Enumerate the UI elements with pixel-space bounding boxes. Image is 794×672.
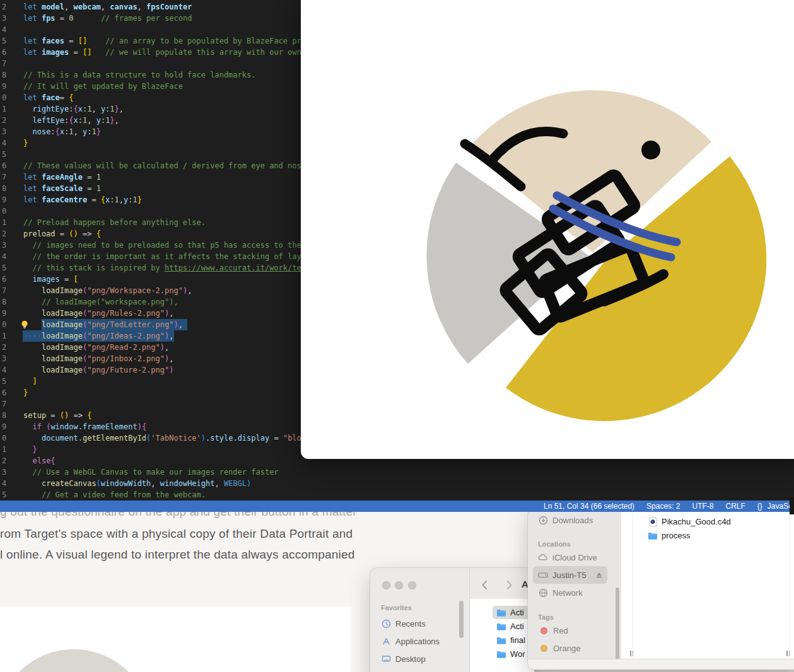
page-text-line: l online. A visual legend to interpret t…: [0, 548, 354, 562]
lightbulb-icon[interactable]: [20, 320, 30, 330]
folder-icon: [648, 531, 658, 541]
sidebar-item-tag-red[interactable]: Red: [539, 625, 568, 636]
code-line[interactable]: 4 createCanvas(windowWidth, windowHeight…: [0, 478, 794, 489]
line-number: 8: [2, 296, 6, 308]
line-number: 6: [2, 274, 6, 285]
clock-icon: [381, 618, 391, 629]
sidebar-item-label: Recents: [395, 619, 426, 629]
file-name: final: [510, 635, 525, 645]
line-number: 5: [2, 489, 6, 501]
line-number: 0: [2, 92, 6, 103]
code-line[interactable]: 5 // Get a video feed from the webcam.: [0, 489, 794, 501]
line-number: 2: [2, 1, 6, 13]
line-number: 4: [2, 364, 6, 376]
line-number: 5: [2, 35, 6, 47]
cloud-icon: [538, 552, 548, 562]
orange-tag-icon: [540, 645, 547, 652]
page-image-panel: [0, 606, 351, 672]
cursor-position[interactable]: Ln 51, Col 34 (66 selected): [544, 502, 634, 511]
folder-icon: [496, 649, 506, 659]
face-sketch-canvas: [301, 0, 794, 459]
column-divider[interactable]: [633, 508, 633, 649]
line-number: 4: [2, 137, 6, 149]
desktop: g out the questionnaire on the app and g…: [0, 0, 794, 672]
line-number: 3: [2, 240, 6, 251]
folder-icon: [496, 635, 506, 646]
file-row[interactable]: Acti: [496, 620, 524, 633]
sidebar-item-label: iCloud Drive: [552, 553, 597, 562]
line-number: 7: [2, 171, 6, 183]
sidebar-item-desktop[interactable]: Desktop: [381, 653, 426, 664]
finder-sidebar: Favorites Recents Applications Desktop: [370, 568, 470, 672]
globe-icon: [538, 588, 548, 598]
sidebar-item-label: Downloads: [552, 516, 593, 525]
finder-window-back[interactable]: Favorites Recents Applications Desktop: [370, 568, 534, 672]
file-name: Acti: [510, 608, 524, 617]
line-number: 5: [2, 262, 6, 274]
line-number: 3: [2, 13, 6, 24]
line-number: 3: [2, 466, 6, 478]
c4d-file-icon: [648, 517, 658, 527]
line-number: 4: [2, 251, 6, 262]
sidebar-scrollbar[interactable]: [616, 588, 619, 661]
line-number: 6: [2, 160, 6, 171]
file-name: Acti: [510, 622, 524, 631]
sidebar-item-justin-t5[interactable]: Justin-T5: [538, 569, 604, 581]
line-number: 3: [2, 353, 6, 364]
line-number: 1: [2, 444, 6, 455]
page-circle-graphic: [0, 649, 151, 672]
sidebar-item-label: Applications: [395, 637, 440, 646]
line-number: 8: [2, 410, 6, 421]
file-name: Pikachu_Good.c4d: [662, 517, 731, 526]
eol-setting[interactable]: CRLF: [725, 502, 745, 511]
line-number: 5: [2, 376, 6, 387]
applications-icon: [381, 636, 391, 646]
line-number: 7: [2, 285, 6, 296]
file-row[interactable]: Wor: [496, 647, 525, 661]
line-number: 2: [2, 455, 6, 466]
line-number: 2: [2, 115, 6, 126]
sidebar-item-label: Orange: [553, 644, 580, 653]
line-number: 8: [2, 183, 6, 194]
column-resize-handle[interactable]: [786, 651, 793, 656]
encoding-setting[interactable]: UTF-8: [692, 502, 713, 511]
eject-icon[interactable]: [594, 570, 604, 580]
sidebar-item-label: Network: [552, 588, 583, 598]
indentation-setting[interactable]: Spaces: 2: [646, 502, 680, 511]
sidebar-item-downloads[interactable]: Downloads: [538, 514, 593, 526]
sidebar-item-recents[interactable]: Recents: [381, 618, 426, 629]
file-row[interactable]: process ›: [648, 529, 691, 542]
file-row[interactable]: Acti: [496, 606, 524, 619]
finder-file-list: Acti Acti final Wor: [470, 599, 534, 672]
locations-header: Locations: [538, 540, 571, 548]
sidebar-item-tag-orange[interactable]: Orange: [539, 642, 580, 654]
code-line[interactable]: 3 // Use a WebGL Canvas to make our imag…: [0, 466, 794, 478]
line-number: 4: [2, 478, 6, 489]
sidebar-item-label: Desktop: [395, 654, 426, 664]
file-row[interactable]: final: [496, 634, 525, 647]
favorites-header: Favorites: [381, 604, 412, 611]
sidebar-item-applications[interactable]: Applications: [381, 635, 440, 647]
red-tag-icon: [540, 627, 547, 634]
sidebar-item-label: Red: [553, 626, 568, 635]
forward-button[interactable]: [503, 579, 515, 591]
harddrive-icon: [538, 570, 548, 580]
column-resize-handle[interactable]: [630, 651, 636, 656]
line-number: 6: [2, 47, 6, 58]
line-number: 8: [2, 69, 6, 81]
folder-icon: [496, 622, 506, 632]
finder-window-front[interactable]: Downloads Locations iCloud Drive Justin-…: [528, 508, 794, 669]
column-divider[interactable]: [789, 508, 790, 649]
back-button[interactable]: [479, 579, 491, 591]
sidebar-item-icloud[interactable]: iCloud Drive: [538, 552, 597, 563]
sidebar-item-network[interactable]: Network: [538, 587, 583, 598]
tags-header: Tags: [538, 613, 554, 621]
p5-canvas-window: [301, 0, 794, 459]
finder-column-view: Pikachu_Good.c4d process ›: [621, 508, 794, 659]
file-row[interactable]: Pikachu_Good.c4d: [648, 515, 731, 528]
braces-icon: {}: [757, 502, 762, 511]
line-number: 1: [2, 330, 6, 342]
line-number: 9: [2, 421, 6, 432]
window-edge: [790, 497, 794, 514]
sidebar-scrollbar[interactable]: [459, 601, 464, 638]
